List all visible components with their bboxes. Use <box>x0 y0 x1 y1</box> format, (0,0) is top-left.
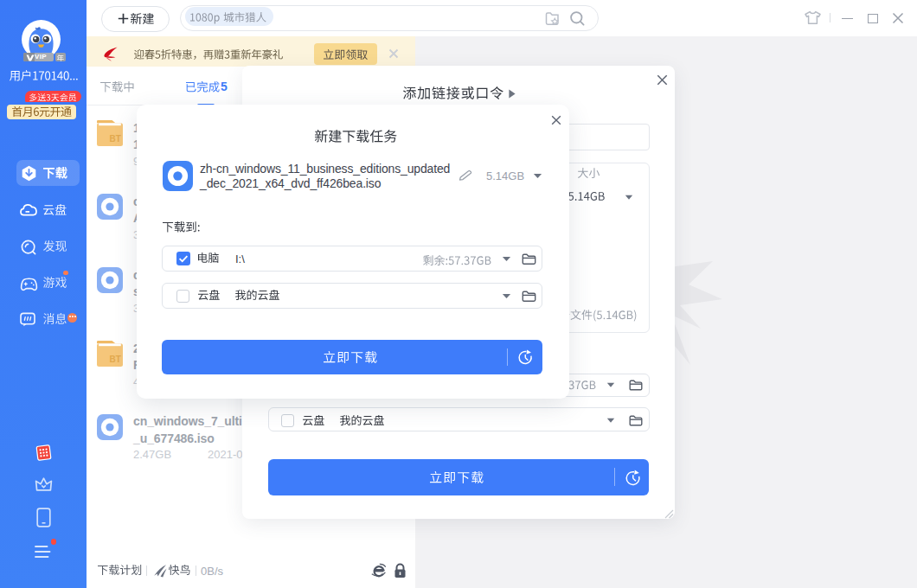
svg-text:BT: BT <box>110 355 121 364</box>
svg-text:BT: BT <box>110 134 121 144</box>
